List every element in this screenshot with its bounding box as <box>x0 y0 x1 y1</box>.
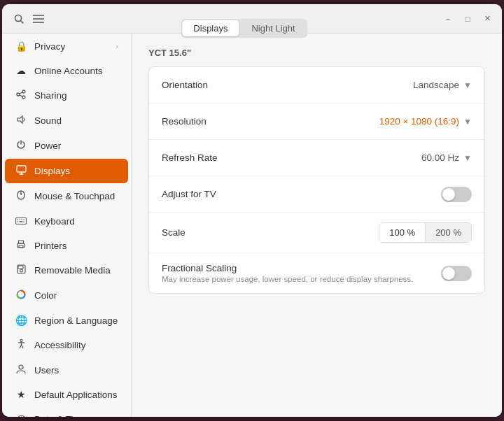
svg-point-29 <box>20 269 22 272</box>
orientation-label: Orientation <box>162 80 413 90</box>
resolution-value: 1920 × 1080 (16:9) ▼ <box>379 116 472 127</box>
adjust-for-tv-row: Adjust for TV <box>149 176 484 213</box>
sidebar-item-removable-media[interactable]: Removable Media <box>5 258 128 283</box>
svg-line-9 <box>20 95 22 97</box>
online-accounts-icon: ☁ <box>15 65 27 76</box>
fractional-scaling-sublabel: May increase power usage, lower speed, o… <box>162 275 441 283</box>
minimize-button[interactable]: − <box>440 11 456 27</box>
svg-rect-11 <box>17 166 26 172</box>
scale-label: Scale <box>162 227 379 238</box>
titlebar: Displays Night Light − □ ✕ <box>2 4 502 34</box>
scale-100-button[interactable]: 100 % <box>379 223 426 242</box>
sidebar-item-default-applications[interactable]: ★ Default Applications <box>5 383 128 406</box>
svg-line-8 <box>20 92 22 94</box>
sidebar-item-color[interactable]: Color <box>5 283 128 308</box>
sidebar-label-online-accounts: Online Accounts <box>34 66 103 76</box>
sidebar-item-displays[interactable]: Displays <box>5 159 128 183</box>
sidebar-item-region-language[interactable]: 🌐 Region & Language <box>5 308 128 332</box>
sidebar-item-date-time[interactable]: Date & Time <box>5 407 128 417</box>
adjust-for-tv-label: Adjust for TV <box>162 189 441 199</box>
sound-icon <box>15 115 27 127</box>
settings-card: Orientation Landscape ▼ Resolution 1920 … <box>148 66 485 294</box>
sidebar-label-default-applications: Default Applications <box>34 390 118 400</box>
svg-line-1 <box>21 20 24 23</box>
resolution-label: Resolution <box>162 116 379 127</box>
sidebar-item-sound[interactable]: Sound <box>5 108 128 133</box>
region-language-icon: 🌐 <box>15 315 27 326</box>
orientation-value: Landscape ▼ <box>413 80 472 90</box>
sidebar-item-online-accounts[interactable]: ☁ Online Accounts <box>5 59 128 83</box>
scale-buttons: 100 % 200 % <box>379 222 472 243</box>
scale-200-button[interactable]: 200 % <box>426 223 471 242</box>
sidebar-label-removable-media: Removable Media <box>34 265 111 276</box>
displays-icon <box>15 165 27 177</box>
scale-row: Scale 100 % 200 % <box>149 213 484 253</box>
svg-rect-26 <box>19 241 24 243</box>
adjust-for-tv-toggle[interactable] <box>441 187 472 202</box>
refresh-rate-value: 60.00 Hz ▼ <box>421 152 472 163</box>
sidebar-label-accessibility: Accessibility <box>34 340 86 350</box>
sidebar-item-accessibility[interactable]: Accessibility <box>5 333 128 357</box>
sidebar-item-users[interactable]: Users <box>5 358 128 382</box>
resolution-dropdown[interactable]: 1920 × 1080 (16:9) ▼ <box>379 116 472 127</box>
svg-point-37 <box>19 365 23 369</box>
svg-rect-17 <box>16 218 27 224</box>
privacy-icon: 🔒 <box>15 41 27 52</box>
sidebar-item-privacy[interactable]: 🔒 Privacy › <box>5 34 128 58</box>
mouse-icon <box>15 190 27 202</box>
menu-button[interactable] <box>29 9 48 29</box>
removable-media-icon <box>15 264 27 276</box>
chevron-down-icon: ▼ <box>463 117 472 127</box>
main-content: YCT 15.6" Orientation Landscape ▼ Resolu… <box>132 34 502 417</box>
close-button[interactable]: ✕ <box>479 11 495 27</box>
display-title: YCT 15.6" <box>148 48 485 58</box>
tab-night-light[interactable]: Night Light <box>240 20 306 36</box>
svg-point-32 <box>20 340 22 342</box>
search-button[interactable] <box>9 9 29 29</box>
color-icon <box>15 290 27 301</box>
fractional-scaling-toggle[interactable] <box>441 266 472 281</box>
display-tabs: Displays Night Light <box>181 19 307 38</box>
users-icon <box>15 364 27 376</box>
power-icon <box>15 140 27 152</box>
chevron-down-icon: ▼ <box>463 80 472 90</box>
maximize-button[interactable]: □ <box>460 11 475 27</box>
sidebar-item-sharing[interactable]: Sharing <box>5 83 128 108</box>
sidebar-label-date-time: Date & Time <box>34 414 86 417</box>
svg-point-7 <box>22 96 25 99</box>
sidebar-item-mouse-touchpad[interactable]: Mouse & Touchpad <box>5 184 128 208</box>
sidebar-label-sharing: Sharing <box>34 90 67 101</box>
sidebar-item-keyboard[interactable]: Keyboard <box>5 209 128 233</box>
fractional-scaling-row: Fractional Scaling May increase power us… <box>149 253 484 293</box>
sidebar-label-mouse-touchpad: Mouse & Touchpad <box>34 191 115 201</box>
svg-line-36 <box>21 345 23 348</box>
tab-displays[interactable]: Displays <box>182 20 239 36</box>
sidebar-label-power: Power <box>34 141 61 151</box>
orientation-dropdown[interactable]: Landscape ▼ <box>413 80 472 90</box>
svg-marker-10 <box>18 116 22 123</box>
sidebar-label-region-language: Region & Language <box>34 315 118 326</box>
sidebar-item-power[interactable]: Power <box>5 134 128 158</box>
fractional-scaling-label: Fractional Scaling <box>162 263 441 273</box>
printers-icon <box>15 240 27 251</box>
refresh-rate-dropdown[interactable]: 60.00 Hz ▼ <box>421 152 472 163</box>
svg-point-16 <box>20 193 22 194</box>
accessibility-icon <box>15 339 27 351</box>
keyboard-icon <box>15 215 27 227</box>
sidebar: 🔒 Privacy › ☁ Online Accounts <box>2 34 132 417</box>
sidebar-label-users: Users <box>34 365 59 376</box>
sidebar-label-color: Color <box>34 290 57 301</box>
sidebar-label-printers: Printers <box>34 241 67 251</box>
svg-point-5 <box>22 90 25 93</box>
content-area: 🔒 Privacy › ☁ Online Accounts <box>2 34 502 417</box>
svg-line-35 <box>20 345 22 348</box>
date-time-icon <box>15 413 27 417</box>
refresh-rate-label: Refresh Rate <box>162 152 421 163</box>
svg-rect-27 <box>19 245 23 248</box>
sidebar-label-keyboard: Keyboard <box>34 216 75 227</box>
sidebar-item-printers[interactable]: Printers <box>5 234 128 257</box>
chevron-icon: › <box>115 42 118 50</box>
svg-rect-30 <box>18 266 23 269</box>
svg-point-6 <box>17 93 20 96</box>
orientation-row: Orientation Landscape ▼ <box>149 67 484 104</box>
